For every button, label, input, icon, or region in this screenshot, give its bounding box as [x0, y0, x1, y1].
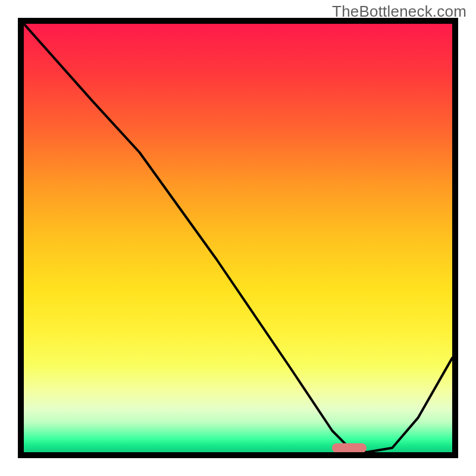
- bottleneck-curve: [24, 24, 452, 452]
- watermark-text: TheBottleneck.com: [332, 2, 466, 21]
- plot-frame: [18, 18, 458, 458]
- plot-area: [24, 24, 452, 452]
- page: TheBottleneck.com: [0, 0, 476, 476]
- optimal-marker: [332, 443, 367, 452]
